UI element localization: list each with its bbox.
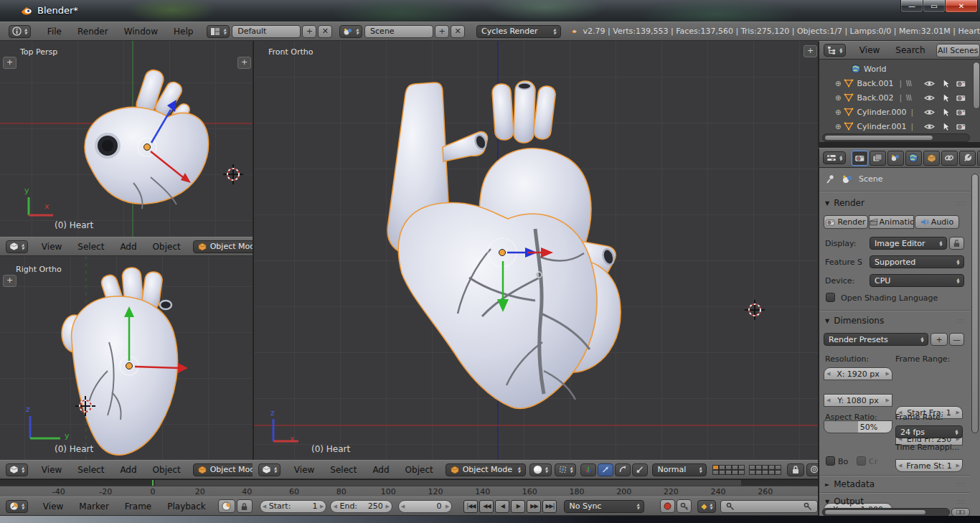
- menu-help[interactable]: Help: [166, 27, 201, 37]
- selectability-cursor-icon[interactable]: [941, 93, 951, 103]
- renderability-camera-icon[interactable]: [956, 122, 966, 131]
- panel-header-output[interactable]: ▼ Output ::::: [825, 496, 966, 506]
- tab-world[interactable]: [905, 151, 922, 166]
- next-keyframe-button[interactable]: ▶▶: [527, 500, 541, 513]
- outliner-horizontal-scrollbar[interactable]: [822, 133, 970, 142]
- expand-icon[interactable]: ⊕: [835, 108, 841, 116]
- expand-icon[interactable]: ⊕: [835, 80, 841, 88]
- panel-header-metadata[interactable]: ► Metadata ::::: [825, 479, 966, 489]
- osl-checkbox[interactable]: [826, 293, 835, 302]
- menu-marker[interactable]: Marker: [71, 501, 116, 512]
- visibility-eye-icon[interactable]: [924, 80, 935, 88]
- menu-add[interactable]: Add: [112, 242, 144, 252]
- timeline-ruler[interactable]: -40-200204060801001201401601802002202402…: [0, 486, 818, 497]
- scene-name-field[interactable]: Scene: [364, 25, 433, 38]
- editor-type-timeline-button[interactable]: ▲▼: [6, 500, 28, 513]
- menu-view[interactable]: View: [286, 465, 322, 475]
- layer-toggle[interactable]: [719, 470, 725, 475]
- resolution-x-field[interactable]: ◀ X: 1920 px ▶: [824, 367, 892, 380]
- manipulator-rotate-button[interactable]: [615, 463, 631, 476]
- visibility-eye-icon[interactable]: [924, 108, 935, 116]
- menu-view[interactable]: View: [852, 45, 887, 55]
- editor-type-3dview-button[interactable]: ▲▼: [258, 463, 281, 476]
- layer-toggle[interactable]: [749, 465, 755, 470]
- current-frame-field[interactable]: ◀ 0 ▶: [398, 500, 453, 513]
- scrollbar-thumb[interactable]: [824, 135, 933, 141]
- properties-vertical-scrollbar[interactable]: [971, 174, 979, 433]
- increment-icon[interactable]: ▶: [385, 504, 389, 509]
- panel-header-dimensions[interactable]: ▼ Dimensions ::::: [825, 316, 966, 326]
- feature-set-dropdown[interactable]: Supported ▲▼: [870, 255, 964, 268]
- layer-toggle[interactable]: [755, 465, 762, 470]
- decrement-icon[interactable]: ◀: [898, 463, 902, 468]
- menu-view[interactable]: View: [35, 501, 71, 512]
- maximize-button[interactable]: ▭: [923, 0, 946, 13]
- tab-scene[interactable]: [887, 151, 904, 166]
- tab-object[interactable]: [923, 151, 940, 166]
- viewport-right-ortho[interactable]: Right Ortho + z y (0) Heart: [0, 256, 253, 460]
- decrement-icon[interactable]: ◀: [401, 504, 405, 509]
- decrement-icon[interactable]: ◀: [333, 504, 336, 509]
- editor-type-outliner-button[interactable]: ▲▼: [824, 44, 846, 57]
- layer-toggle[interactable]: [762, 465, 768, 470]
- mode-dropdown[interactable]: Object Mode ▲▼: [193, 240, 253, 253]
- layer-toggle[interactable]: [712, 470, 719, 475]
- outliner-panel[interactable]: World ⊕ Back.001 | ⊕ Back.002 | ⊕: [818, 60, 980, 142]
- close-button[interactable]: ✕: [945, 0, 978, 13]
- renderability-camera-icon[interactable]: [956, 93, 966, 102]
- menu-file[interactable]: File: [39, 27, 70, 37]
- start-frame-field[interactable]: ◀ Start: 1 ▶: [260, 500, 327, 513]
- layer-toggle[interactable]: [738, 470, 745, 475]
- use-preview-range-button[interactable]: [218, 499, 235, 513]
- increment-icon[interactable]: ▶: [956, 463, 960, 468]
- device-dropdown[interactable]: CPU ▲▼: [870, 274, 964, 287]
- increment-icon[interactable]: ▶: [320, 504, 324, 509]
- layer-toggle[interactable]: [732, 470, 738, 475]
- layout-name-field[interactable]: Default: [232, 25, 301, 38]
- selectability-cursor-icon[interactable]: [941, 108, 951, 117]
- increment-icon[interactable]: ▶: [446, 504, 449, 509]
- menu-view[interactable]: View: [34, 465, 70, 475]
- decrement-icon[interactable]: ◀: [826, 397, 830, 403]
- region-expand-button[interactable]: +: [3, 275, 17, 287]
- delete-layout-button[interactable]: ✕: [318, 25, 332, 38]
- selectability-cursor-icon[interactable]: [941, 79, 951, 88]
- add-preset-button[interactable]: +: [930, 333, 948, 346]
- border-checkbox[interactable]: [826, 456, 835, 466]
- layers-group-1[interactable]: [712, 465, 745, 475]
- resolution-percentage-slider[interactable]: 50%: [824, 420, 892, 433]
- lock-time-button[interactable]: [237, 499, 253, 513]
- jump-to-end-button[interactable]: ▶▶|: [542, 500, 557, 513]
- editor-type-info-button[interactable]: ▲▼: [9, 25, 31, 38]
- menu-object[interactable]: Object: [145, 465, 189, 475]
- increment-icon[interactable]: ▶: [886, 371, 890, 377]
- tab-constraints[interactable]: [941, 151, 958, 166]
- lock-to-scene-button[interactable]: [787, 463, 804, 476]
- layers-group-2[interactable]: [749, 465, 781, 475]
- render-presets-dropdown[interactable]: Render Presets ▲▼: [824, 333, 928, 346]
- outliner-row-cylinder000[interactable]: ⊕ Cylinder.000 |: [819, 105, 970, 119]
- layer-toggle[interactable]: [768, 465, 775, 470]
- menu-object[interactable]: Object: [145, 242, 189, 252]
- animation-button[interactable]: Animatio: [869, 215, 914, 229]
- menu-add[interactable]: Add: [112, 465, 144, 475]
- add-layout-button[interactable]: +: [302, 25, 316, 38]
- region-expand-button[interactable]: +: [804, 45, 817, 57]
- renderability-camera-icon[interactable]: [956, 79, 966, 88]
- editor-type-3dview-button[interactable]: ▲▼: [6, 240, 28, 253]
- outliner-row-world[interactable]: World: [819, 62, 970, 76]
- layer-toggle[interactable]: [738, 465, 745, 470]
- previous-keyframe-button[interactable]: ◀◀: [479, 500, 494, 513]
- outliner-row-cylinder001[interactable]: ⊕ Cylinder.001 |: [819, 119, 970, 133]
- render-button[interactable]: Render: [824, 215, 868, 229]
- region-expand-button[interactable]: +: [3, 57, 17, 69]
- scene-selector-button[interactable]: ▲▼: [339, 25, 362, 38]
- layer-toggle[interactable]: [762, 470, 768, 475]
- mode-dropdown[interactable]: Object Mode ▲▼: [193, 463, 253, 476]
- display-lock-button[interactable]: [949, 237, 964, 250]
- keying-set-dropdown[interactable]: ◆ ▲▼: [697, 500, 716, 513]
- panel-grip-icon[interactable]: ::::: [956, 499, 966, 505]
- menu-playback[interactable]: Playback: [159, 501, 214, 512]
- viewport-shading-dropdown[interactable]: ▲▼: [529, 463, 552, 476]
- mode-dropdown[interactable]: Object Mode ▲▼: [446, 463, 526, 476]
